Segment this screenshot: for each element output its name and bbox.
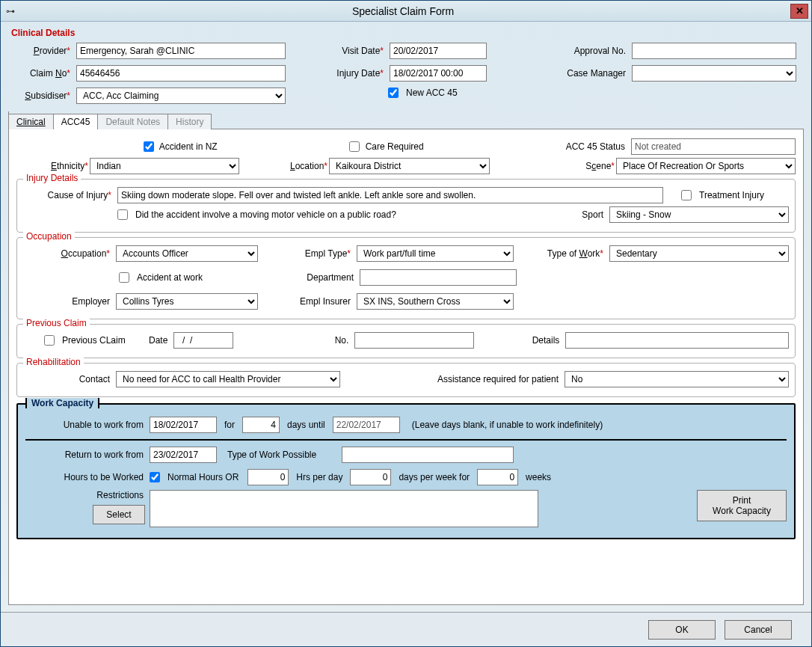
- normal-hours-label: Normal Hours OR: [167, 472, 243, 482]
- select-restrictions-button[interactable]: Select: [93, 505, 145, 524]
- treatment-injury-checkbox[interactable]: [681, 190, 692, 200]
- tab-default-notes[interactable]: Default Notes: [98, 114, 168, 129]
- hrs-per-day-label: Hrs per day: [293, 472, 345, 482]
- occupation-select[interactable]: Accounts Officer: [116, 245, 258, 262]
- case-manager-label: Case Manager: [553, 68, 627, 79]
- tab-history[interactable]: History: [168, 114, 212, 129]
- specialist-claim-form-window: ⊶ Specialist Claim Form ✕ Clinical Detai…: [0, 0, 812, 647]
- empl-type-label: Empl Type: [262, 248, 352, 259]
- subsidiser-label: Subsidiser: [8, 91, 72, 101]
- location-select[interactable]: Kaikoura District: [329, 158, 490, 174]
- clinical-details-heading: Clinical Details: [11, 28, 801, 38]
- work-capacity-divider: [25, 439, 787, 441]
- previous-date-input[interactable]: [173, 332, 233, 349]
- treatment-injury-label: Treatment Injury: [699, 190, 789, 200]
- scene-label: Scene: [505, 161, 616, 171]
- occupation-group: Occupation Occupation Accounts Officer E…: [16, 237, 796, 319]
- ok-button[interactable]: OK: [648, 620, 716, 640]
- previous-details-input[interactable]: [565, 332, 789, 349]
- cancel-button[interactable]: Cancel: [725, 620, 792, 640]
- assist-select[interactable]: No: [565, 371, 789, 387]
- previous-claim-group: Previous Claim Previous CLaim Date No. D…: [16, 324, 796, 358]
- employer-select[interactable]: Collins Tyres: [116, 293, 258, 310]
- previous-no-input[interactable]: [354, 332, 474, 349]
- empl-insurer-select[interactable]: SX INS, Southern Cross: [357, 293, 514, 310]
- clinical-details-section: Clinical Details Provider Claim No Subsi…: [8, 28, 804, 107]
- type-possible-select[interactable]: Medium: [342, 447, 514, 463]
- unable-from-label: Unable to work from: [25, 420, 145, 430]
- unable-days-input[interactable]: [242, 417, 280, 433]
- scene-select[interactable]: Place Of Recreation Or Sports: [616, 158, 796, 174]
- claim-no-label: Claim No: [8, 68, 72, 79]
- sport-label: Sport: [560, 209, 605, 220]
- rehabilitation-legend: Rehabilitation: [23, 357, 84, 367]
- print-work-capacity-button[interactable]: Print Work Capacity: [697, 490, 787, 521]
- injury-date-label: Injury Date: [310, 68, 385, 79]
- close-icon: ✕: [796, 5, 804, 16]
- subsidiser-select[interactable]: ACC, Acc Claiming: [76, 88, 286, 104]
- tab-clinical[interactable]: Clinical: [9, 114, 54, 129]
- close-button[interactable]: ✕: [790, 4, 808, 19]
- titlebar: ⊶ Specialist Claim Form ✕: [1, 1, 811, 22]
- restrictions-label: Restrictions: [25, 490, 145, 500]
- cause-of-injury-input[interactable]: [117, 187, 663, 203]
- previous-details-label: Details: [479, 335, 561, 346]
- ethnicity-select[interactable]: Indian: [90, 158, 239, 174]
- weeks-label: weeks: [523, 472, 551, 482]
- provider-label: Provider: [8, 46, 72, 56]
- for-label: for: [221, 420, 238, 430]
- location-label: Location: [254, 161, 329, 171]
- work-capacity-group: Work Capacity Unable to work from for da…: [16, 403, 796, 539]
- sport-select[interactable]: Skiing - Snow: [609, 206, 789, 223]
- occupation-legend: Occupation: [23, 231, 75, 242]
- case-manager-select[interactable]: [632, 65, 796, 82]
- moving-vehicle-checkbox[interactable]: [117, 209, 128, 220]
- rehabilitation-group: Rehabilitation Contact No need for ACC t…: [16, 363, 796, 397]
- type-possible-label: Type of Work Possible: [221, 450, 337, 460]
- tab-panel-acc45: Accident in NZ Care Required ACC 45 Stat…: [8, 129, 804, 605]
- tab-acc45[interactable]: ACC45: [54, 114, 99, 129]
- hours-worked-label: Hours to be Worked: [25, 472, 145, 482]
- accident-at-work-label: Accident at work: [137, 272, 261, 283]
- contact-select[interactable]: No need for ACC to call Health Provider: [116, 371, 340, 387]
- return-from-input[interactable]: [150, 447, 217, 463]
- return-from-label: Return to work from: [25, 450, 145, 460]
- unable-from-input[interactable]: [150, 417, 217, 433]
- accident-at-work-checkbox[interactable]: [119, 272, 129, 283]
- normal-hours-checkbox[interactable]: [150, 472, 160, 482]
- key-icon: ⊶: [1, 6, 16, 16]
- acc45-status-label: ACC 45 Status: [566, 141, 625, 152]
- previous-date-label: Date: [149, 335, 169, 346]
- previous-claim-checkbox[interactable]: [44, 335, 55, 346]
- approval-no-label: Approval No.: [553, 46, 627, 56]
- restrictions-textarea[interactable]: [150, 490, 538, 527]
- previous-claim-label: Previous CLaim: [62, 335, 144, 346]
- type-of-work-select[interactable]: Sedentary: [609, 245, 789, 262]
- new-acc45-label: New ACC 45: [406, 88, 458, 98]
- new-acc45-checkbox[interactable]: [388, 88, 399, 98]
- dialog-footer: OK Cancel: [1, 612, 811, 646]
- weeks-input[interactable]: [477, 469, 518, 485]
- acc45-status-field: [631, 138, 796, 155]
- hrs-per-day-input[interactable]: [247, 469, 289, 485]
- days-per-week-input[interactable]: [350, 469, 391, 485]
- work-capacity-legend: Work Capacity: [25, 398, 99, 408]
- injury-date-input[interactable]: [390, 65, 487, 82]
- empl-type-select[interactable]: Work part/full time: [357, 245, 514, 262]
- occupation-label: Occupation: [23, 248, 111, 259]
- accident-in-nz-checkbox[interactable]: [144, 141, 154, 152]
- department-input[interactable]: [360, 269, 517, 286]
- accident-in-nz-label: Accident in NZ: [159, 141, 218, 152]
- assist-label: Assistance required for patient: [345, 374, 560, 384]
- visit-date-input[interactable]: [390, 43, 487, 59]
- unable-until-field: [333, 417, 400, 433]
- employer-label: Employer: [23, 296, 111, 307]
- approval-no-input[interactable]: [632, 43, 796, 59]
- claim-no-input[interactable]: [76, 65, 286, 82]
- type-of-work-label: Type of Work: [518, 248, 605, 259]
- care-required-checkbox[interactable]: [349, 141, 360, 152]
- window-title: Specialist Claim Form: [16, 5, 790, 17]
- provider-input[interactable]: [76, 43, 286, 59]
- injury-details-legend: Injury Details: [23, 173, 81, 183]
- visit-date-label: Visit Date: [310, 46, 385, 56]
